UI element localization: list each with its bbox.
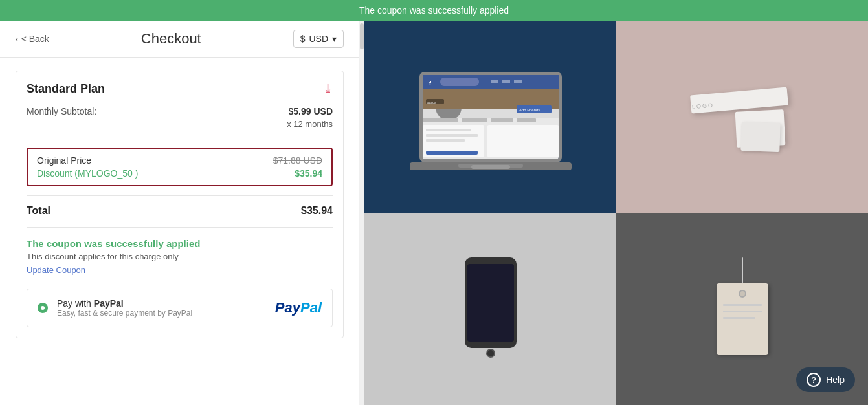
plan-name: Standard Plan	[27, 82, 105, 96]
help-label: Help	[826, 375, 845, 385]
svg-rect-32	[467, 264, 514, 342]
discount-row: Discount (MYLOGO_50 ) $35.94	[37, 168, 322, 179]
tag-line-2	[723, 311, 762, 312]
image-cell-phone	[364, 213, 616, 405]
main-content: ‹ < Back Checkout $ USD ▾ Standard Plan …	[0, 21, 868, 405]
svg-rect-15	[423, 118, 458, 122]
help-circle-icon: ?	[807, 373, 821, 387]
currency-symbol-icon: $	[300, 34, 306, 44]
paypal-logo-cyan: Pal	[300, 300, 322, 316]
svg-rect-29	[471, 165, 510, 169]
back-button[interactable]: ‹ < Back	[16, 34, 49, 44]
image-cell-laptop: f Add Friends	[364, 21, 616, 213]
box-large	[690, 87, 788, 113]
image-cell-boxes: LOGO	[616, 21, 868, 213]
tag-line-1	[723, 304, 762, 306]
phone-svg	[452, 251, 529, 367]
back-arrow-icon: ‹	[16, 34, 19, 44]
total-label: Total	[27, 205, 50, 217]
paypal-info: Pay with PayPal Easy, fast & secure paym…	[57, 298, 266, 318]
months-label: x 12 months	[287, 119, 333, 129]
banner-message: The coupon was successfully applied	[359, 5, 509, 16]
paypal-subtitle: Easy, fast & secure payment by PayPal	[57, 309, 266, 318]
tag-card	[717, 283, 768, 355]
svg-rect-17	[491, 118, 513, 122]
checkout-body: Standard Plan ⤓ Monthly Subtotal: $5.99 …	[0, 58, 359, 405]
laptop-svg: f Add Friends	[400, 52, 581, 182]
svg-rect-20	[487, 125, 559, 157]
plan-chevron-icon[interactable]: ⤓	[323, 82, 333, 96]
discount-value: $35.94	[295, 168, 322, 179]
checkout-title: Checkout	[141, 30, 201, 47]
divider-1	[27, 138, 333, 138]
coupon-success-title: The coupon was successfully applied	[27, 238, 333, 249]
radio-inner	[41, 306, 45, 310]
original-price-label: Original Price	[37, 155, 91, 166]
scroll-thumb	[360, 23, 364, 49]
divider-2	[27, 195, 333, 196]
paypal-logo: PayPal	[275, 300, 322, 316]
svg-rect-24	[426, 151, 478, 155]
svg-rect-7	[502, 80, 510, 83]
paypal-title: Pay with PayPal	[57, 298, 266, 309]
svg-rect-23	[426, 139, 465, 142]
currency-label: USD	[309, 34, 328, 44]
svg-text:aaaga: aaaga	[427, 100, 436, 104]
help-button[interactable]: ? Help	[796, 367, 855, 392]
coupon-success-subtitle: This discount applies for this charge on…	[27, 252, 333, 261]
plan-header: Standard Plan ⤓	[27, 82, 333, 96]
svg-rect-5	[440, 78, 479, 86]
svg-text:Add Friends: Add Friends	[519, 108, 540, 112]
original-price-row: Original Price $71.88 USD	[37, 155, 322, 166]
svg-rect-8	[514, 80, 522, 83]
paypal-logo-blue: Pay	[275, 300, 300, 316]
discount-box: Original Price $71.88 USD Discount (MYLO…	[27, 148, 333, 186]
monthly-subtotal-row: Monthly Subtotal: $5.99 USD	[27, 106, 333, 116]
svg-rect-6	[491, 80, 498, 83]
paypal-title-prefix: Pay with	[57, 298, 94, 309]
image-grid: f Add Friends	[364, 21, 868, 405]
payment-section: Pay with PayPal Easy, fast & secure paym…	[27, 289, 333, 327]
currency-chevron-icon: ▾	[332, 34, 337, 44]
months-row: x 12 months	[27, 119, 333, 129]
box-small	[740, 121, 781, 151]
tag-container	[710, 257, 775, 361]
svg-rect-16	[462, 118, 487, 122]
coupon-success-section: The coupon was successfully applied This…	[27, 238, 333, 276]
currency-dropdown[interactable]: $ USD ▾	[293, 30, 344, 48]
checkout-panel: ‹ < Back Checkout $ USD ▾ Standard Plan …	[0, 21, 359, 405]
back-label: < Back	[21, 34, 49, 44]
svg-point-34	[487, 350, 494, 356]
svg-rect-21	[426, 129, 471, 131]
discount-label: Discount (MYLOGO_50 )	[37, 168, 138, 179]
monthly-subtotal-value: $5.99 USD	[289, 106, 333, 116]
svg-rect-22	[426, 134, 478, 137]
success-banner: The coupon was successfully applied	[0, 0, 868, 21]
svg-rect-18	[517, 118, 536, 122]
total-row: Total $35.94	[27, 205, 333, 228]
paypal-radio[interactable]	[38, 303, 48, 313]
plan-card: Standard Plan ⤓ Monthly Subtotal: $5.99 …	[16, 71, 344, 338]
tag-line-3	[723, 317, 755, 319]
scroll-indicator	[359, 21, 364, 405]
total-value: $35.94	[301, 205, 333, 217]
checkout-header: ‹ < Back Checkout $ USD ▾	[0, 21, 359, 58]
paypal-title-bold: PayPal	[94, 298, 124, 309]
update-coupon-link[interactable]: Update Coupon	[27, 265, 85, 275]
tag-hole	[739, 290, 746, 298]
monthly-subtotal-label: Monthly Subtotal:	[27, 106, 96, 116]
boxes-container: LOGO	[678, 65, 807, 169]
original-price-value: $71.88 USD	[273, 155, 322, 166]
